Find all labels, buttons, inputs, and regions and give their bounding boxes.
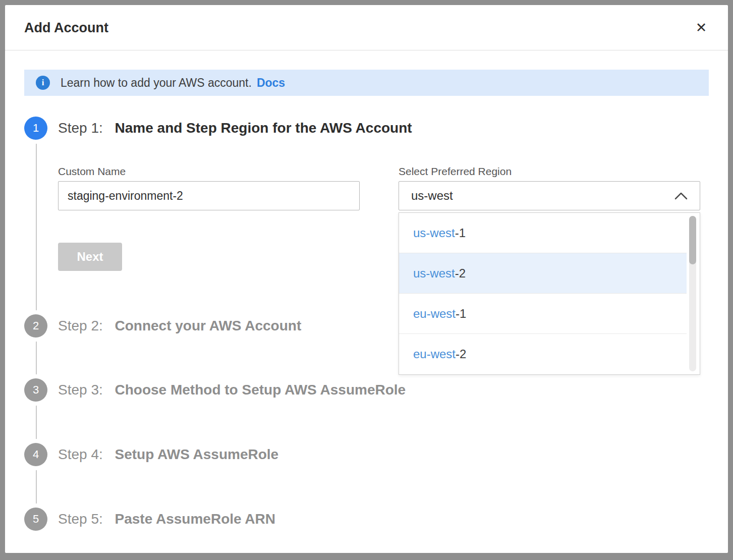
banner-text: Learn how to add your AWS account.Docs bbox=[61, 70, 285, 96]
option-match-text: eu-west bbox=[413, 347, 456, 361]
dropdown-scrollbar-track[interactable] bbox=[689, 216, 696, 371]
step-3-title: Choose Method to Setup AWS AssumeRole bbox=[115, 382, 406, 398]
region-option-us-west-1[interactable]: us-west-1 bbox=[399, 213, 687, 253]
custom-name-input[interactable] bbox=[58, 181, 360, 210]
page-title: Add Account bbox=[24, 5, 108, 50]
step-5-title: Paste AssumeRole ARN bbox=[115, 511, 275, 527]
region-option-list: us-west-1 us-west-2 eu-west-1 eu-west-2 bbox=[399, 213, 687, 374]
info-banner: i Learn how to add your AWS account.Docs bbox=[24, 70, 709, 96]
step-2-indicator: 2 bbox=[24, 314, 47, 338]
option-match-text: us-west bbox=[413, 226, 455, 240]
step-3-heading: Step 3: Choose Method to Setup AWS Assum… bbox=[58, 378, 406, 402]
option-rest-text: -2 bbox=[455, 266, 466, 280]
step-4-title: Setup AWS AssumeRole bbox=[115, 446, 279, 462]
next-button[interactable]: Next bbox=[58, 243, 122, 271]
step-3-indicator: 3 bbox=[24, 378, 47, 402]
step-1-indicator: 1 bbox=[24, 117, 47, 140]
info-icon: i bbox=[36, 76, 50, 90]
region-dropdown: us-west-1 us-west-2 eu-west-1 eu-west-2 bbox=[399, 212, 700, 375]
region-label: Select Preferred Region bbox=[399, 165, 512, 178]
banner-message: Learn how to add your AWS account. bbox=[61, 76, 252, 89]
option-match-text: eu-west bbox=[413, 307, 456, 320]
region-select[interactable]: us-west bbox=[399, 181, 700, 210]
step-2-prefix: Step 2: bbox=[58, 318, 103, 333]
option-rest-text: -1 bbox=[455, 226, 466, 240]
step-4-prefix: Step 4: bbox=[58, 446, 103, 462]
region-option-us-west-2[interactable]: us-west-2 bbox=[399, 253, 687, 294]
add-account-modal: Add Account ✕ i Learn how to add your AW… bbox=[5, 5, 728, 553]
docs-link[interactable]: Docs bbox=[257, 76, 285, 89]
region-option-eu-west-1[interactable]: eu-west-1 bbox=[399, 294, 687, 334]
step-connector bbox=[36, 470, 37, 503]
step-5-indicator: 5 bbox=[24, 508, 47, 531]
step-1-title: Name and Step Region for the AWS Account bbox=[115, 120, 412, 136]
step-connector bbox=[36, 406, 37, 439]
dropdown-scrollbar-thumb[interactable] bbox=[689, 216, 696, 264]
option-rest-text: -1 bbox=[456, 307, 466, 320]
step-4-indicator: 4 bbox=[24, 443, 47, 466]
option-match-text: us-west bbox=[413, 266, 455, 280]
step-connector bbox=[36, 144, 37, 310]
step-1-prefix: Step 1: bbox=[58, 120, 103, 136]
step-1-heading: Step 1: Name and Step Region for the AWS… bbox=[58, 117, 412, 140]
step-5-prefix: Step 5: bbox=[58, 511, 103, 527]
region-option-eu-west-2[interactable]: eu-west-2 bbox=[399, 334, 687, 374]
step-connector bbox=[36, 342, 37, 374]
step-2-title: Connect your AWS Account bbox=[115, 318, 302, 333]
modal-header: Add Account ✕ bbox=[5, 5, 728, 50]
chevron-up-icon bbox=[674, 192, 688, 200]
step-5-heading: Step 5: Paste AssumeRole ARN bbox=[58, 508, 275, 531]
custom-name-label: Custom Name bbox=[58, 165, 126, 178]
step-4-heading: Step 4: Setup AWS AssumeRole bbox=[58, 443, 278, 466]
step-3-prefix: Step 3: bbox=[58, 382, 103, 398]
close-icon[interactable]: ✕ bbox=[692, 18, 711, 37]
region-select-value: us-west bbox=[411, 182, 453, 210]
step-2-heading: Step 2: Connect your AWS Account bbox=[58, 314, 301, 338]
option-rest-text: -2 bbox=[456, 347, 466, 361]
